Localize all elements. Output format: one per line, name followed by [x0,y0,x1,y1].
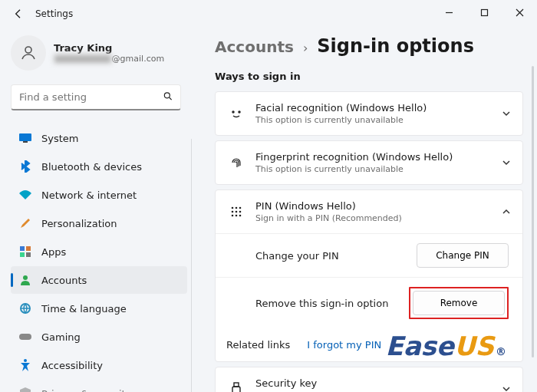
sidebar: Tracy King xxxxxxxxxxx@gmail.com System … [0,28,192,392]
nav-personalization[interactable]: Personalization [11,209,187,237]
svg-point-15 [232,207,234,209]
related-links: Related links I forgot my PIN [216,328,522,361]
card-security-key-header[interactable]: Security key Sign in with a physical sec… [216,367,522,392]
nav-network[interactable]: Network & internet [11,181,187,209]
chevron-down-icon [501,157,512,168]
nav-accounts[interactable]: Accounts [11,266,187,294]
display-icon [18,131,32,145]
apps-icon [18,245,32,259]
svg-rect-5 [20,246,25,251]
card-facial: Facial recognition (Windows Hello) This … [215,91,523,136]
svg-point-13 [232,111,234,113]
row-remove-pin: Remove this sign-in option Remove [216,277,522,328]
svg-rect-4 [23,141,28,143]
back-button[interactable] [9,5,28,23]
globe-icon [18,301,32,315]
nav-list: System Bluetooth & devices Network & int… [11,124,187,392]
nav-label: System [41,133,78,144]
svg-point-2 [164,93,170,98]
related-label: Related links [226,339,290,351]
svg-point-22 [236,215,238,217]
window-title: Settings [35,8,73,19]
svg-rect-24 [234,383,239,387]
user-email: xxxxxxxxxxx@gmail.com [54,54,164,64]
row-change-pin: Change your PIN Change PIN [216,233,522,277]
svg-rect-25 [232,387,240,392]
svg-rect-6 [26,246,31,251]
close-button[interactable] [502,0,537,25]
gamepad-icon [18,330,32,344]
card-pin-header[interactable]: PIN (Windows Hello) Sign in with a PIN (… [216,190,522,233]
fingerprint-icon [226,156,246,170]
change-pin-button[interactable]: Change PIN [417,243,509,268]
breadcrumb: Accounts › Sign-in options [215,35,523,57]
nav-label: Gaming [41,331,81,343]
svg-rect-8 [26,252,31,257]
svg-point-17 [239,207,242,209]
forgot-pin-link[interactable]: I forgot my PIN [307,339,381,351]
card-pin: PIN (Windows Hello) Sign in with a PIN (… [215,189,523,362]
nav-bluetooth[interactable]: Bluetooth & devices [11,153,187,180]
card-security-key: Security key Sign in with a physical sec… [215,367,523,392]
nav-apps[interactable]: Apps [11,238,187,265]
profile-block[interactable]: Tracy King xxxxxxxxxxx@gmail.com [11,35,187,71]
svg-point-23 [239,215,242,217]
card-sub: Sign in with a PIN (Recommended) [255,213,501,223]
nav-label: Accounts [41,275,87,286]
bluetooth-icon [18,160,32,173]
person-icon [18,273,32,287]
svg-point-9 [23,275,28,280]
svg-rect-11 [19,334,31,340]
nav-gaming[interactable]: Gaming [11,323,187,351]
search-icon [163,91,173,105]
card-title: Security key [255,377,501,389]
card-facial-header[interactable]: Facial recognition (Windows Hello) This … [216,92,522,135]
nav-system[interactable]: System [11,124,187,152]
svg-point-18 [232,211,234,213]
window-controls [431,0,537,25]
change-pin-label: Change your PIN [255,250,339,262]
remove-pin-label: Remove this sign-in option [255,298,388,309]
card-fingerprint: Fingerprint recognition (Windows Hello) … [215,140,523,185]
main-panel: Accounts › Sign-in options Ways to sign … [192,28,537,392]
keypad-icon [226,206,246,218]
svg-rect-7 [20,252,25,257]
nav-label: Bluetooth & devices [41,161,142,173]
nav-privacy[interactable]: Privacy & security [11,380,187,392]
nav-label: Apps [41,246,66,258]
card-fingerprint-header[interactable]: Fingerprint recognition (Windows Hello) … [216,141,522,184]
card-sub: This option is currently unavailable [255,164,501,174]
svg-point-1 [25,47,31,53]
chevron-right-icon: › [303,41,308,55]
search-input[interactable] [11,84,181,110]
nav-time[interactable]: Time & language [11,295,187,322]
crumb-current: Sign-in options [317,35,474,57]
svg-rect-3 [19,133,31,141]
search-box[interactable] [11,84,181,110]
wifi-icon [18,188,32,202]
scrollbar[interactable] [532,66,534,357]
nav-label: Privacy & security [41,388,131,393]
section-heading: Ways to sign in [215,71,523,82]
remove-pin-button[interactable]: Remove [413,291,505,315]
usb-key-icon [226,382,246,392]
nav-accessibility[interactable]: Accessibility [11,351,187,379]
nav-label: Personalization [41,218,117,229]
crumb-parent[interactable]: Accounts [215,38,294,56]
svg-point-20 [239,211,242,213]
card-sub: This option is currently unavailable [255,115,501,125]
svg-point-16 [236,207,238,209]
card-title: Fingerprint recognition (Windows Hello) [255,151,501,163]
maximize-button[interactable] [466,0,502,25]
avatar [11,35,46,71]
nav-label: Accessibility [41,360,103,371]
chevron-down-icon [501,108,512,119]
svg-point-12 [24,359,27,362]
card-title: Facial recognition (Windows Hello) [255,102,501,114]
shield-icon [18,387,32,392]
card-title: PIN (Windows Hello) [255,200,501,212]
minimize-button[interactable] [431,0,466,25]
brush-icon [18,216,32,230]
accessibility-icon [18,358,32,372]
chevron-up-icon [501,206,512,217]
